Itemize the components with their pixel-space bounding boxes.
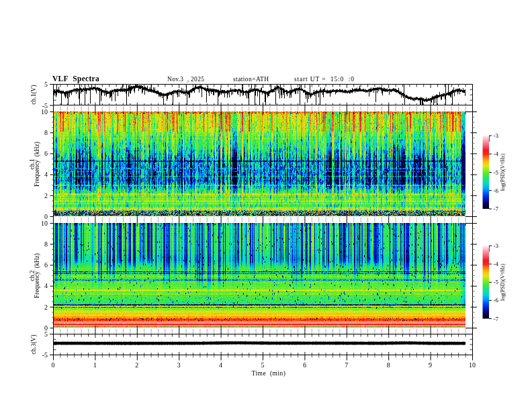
- svg-text:4: 4: [44, 282, 48, 289]
- svg-text:-7: -7: [494, 316, 499, 322]
- svg-text:-5: -5: [494, 169, 499, 176]
- svg-text:7: 7: [345, 361, 348, 369]
- svg-text:-7: -7: [494, 205, 499, 212]
- svg-text:log(PSD)(V2/Hz): log(PSD)(V2/Hz): [500, 153, 506, 191]
- svg-text:6: 6: [303, 361, 306, 369]
- svg-text:9: 9: [429, 361, 432, 369]
- svg-text:0: 0: [52, 361, 55, 369]
- svg-text:Nov.3 , 2025: Nov.3 , 2025: [167, 76, 204, 83]
- svg-text:-6: -6: [494, 187, 499, 194]
- svg-text:1: 1: [93, 361, 97, 369]
- svg-text:2: 2: [44, 304, 48, 311]
- svg-text:-4: -4: [494, 261, 499, 267]
- svg-text:4: 4: [219, 361, 222, 369]
- svg-text:2: 2: [44, 192, 48, 199]
- svg-text:Frequency (kHz): Frequency (kHz): [34, 253, 41, 298]
- svg-text:6: 6: [44, 261, 48, 269]
- svg-text:start UT = 15:0 :0: start UT = 15:0 :0: [294, 76, 355, 83]
- svg-text:-5: -5: [494, 279, 499, 285]
- svg-text:8: 8: [44, 129, 48, 136]
- svg-text:-3: -3: [494, 132, 499, 139]
- svg-text:3: 3: [177, 361, 181, 369]
- svg-text:Frequency (kHz): Frequency (kHz): [34, 142, 41, 187]
- svg-text:2: 2: [135, 361, 138, 369]
- svg-text:log(PSD)(V2/Hz): log(PSD)(V2/Hz): [500, 263, 506, 301]
- svg-text:-6: -6: [494, 297, 499, 304]
- svg-text:10: 10: [41, 108, 48, 116]
- svg-text:Time (min): Time (min): [251, 370, 285, 377]
- svg-text:5: 5: [261, 361, 265, 369]
- svg-text:-3: -3: [494, 242, 499, 249]
- svg-text:6: 6: [44, 150, 48, 157]
- svg-text:10: 10: [41, 220, 48, 227]
- svg-text:5: 5: [44, 81, 48, 88]
- svg-text:VLF Spectra: VLF Spectra: [52, 75, 99, 83]
- svg-text:ch.3(V): ch.3(V): [30, 334, 38, 354]
- svg-text:8: 8: [387, 361, 390, 369]
- svg-text:ch.1(V): ch.1(V): [30, 85, 38, 104]
- svg-text:-5: -5: [42, 351, 48, 359]
- svg-text:10: 10: [469, 361, 476, 369]
- svg-text:4: 4: [44, 171, 48, 178]
- svg-text:-4: -4: [494, 150, 499, 157]
- svg-text:8: 8: [44, 240, 48, 248]
- svg-text:station=ATH: station=ATH: [233, 76, 269, 83]
- svg-text:0: 0: [44, 324, 48, 332]
